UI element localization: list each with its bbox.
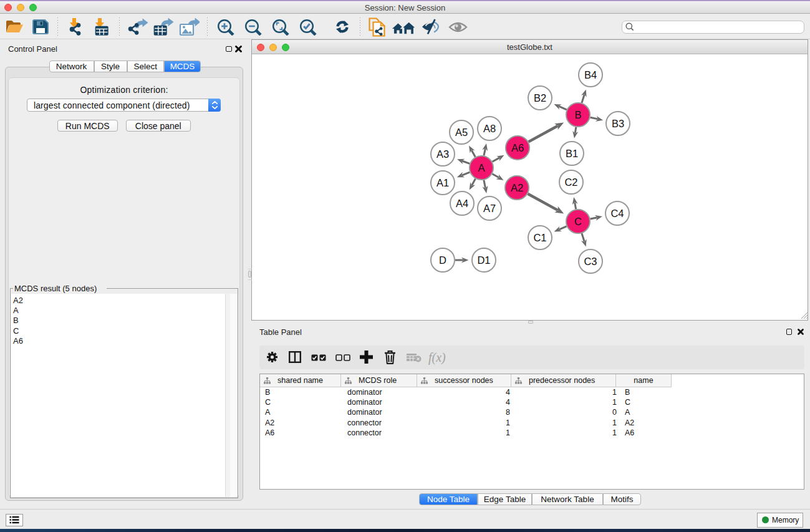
- svg-text:C3: C3: [584, 256, 597, 267]
- svg-text:A7: A7: [483, 203, 496, 214]
- svg-text:A1: A1: [436, 177, 449, 188]
- svg-text:B1: B1: [566, 148, 578, 159]
- svg-text:C: C: [574, 216, 582, 227]
- svg-text:A: A: [478, 162, 485, 173]
- svg-text:A2: A2: [511, 182, 523, 193]
- svg-text:A4: A4: [456, 198, 468, 209]
- svg-text:B: B: [574, 109, 581, 120]
- svg-text:A5: A5: [455, 127, 468, 138]
- svg-text:B4: B4: [584, 69, 597, 80]
- svg-text:A3: A3: [436, 148, 449, 160]
- svg-text:C4: C4: [610, 208, 624, 219]
- svg-text:B3: B3: [612, 118, 624, 129]
- svg-text:D: D: [439, 254, 446, 266]
- svg-text:B2: B2: [534, 92, 546, 104]
- svg-text:C1: C1: [533, 232, 546, 243]
- svg-text:C2: C2: [564, 177, 577, 188]
- svg-text:A8: A8: [483, 123, 496, 134]
- svg-text:A6: A6: [511, 142, 524, 153]
- svg-text:D1: D1: [477, 254, 490, 266]
